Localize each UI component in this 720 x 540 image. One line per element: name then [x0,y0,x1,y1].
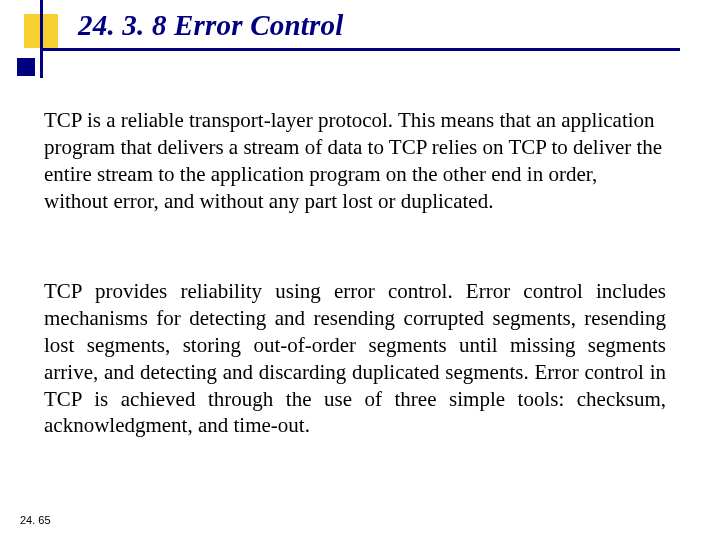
vertical-rule [40,0,43,78]
paragraph-1: TCP is a reliable transport-layer protoc… [44,107,666,215]
accent-square-navy [17,58,35,76]
slide: 24. 3. 8 Error Control TCP is a reliable… [0,0,720,540]
page-number: 24. 65 [20,514,51,526]
paragraph-2: TCP provides reliability using error con… [44,278,666,439]
slide-heading: 24. 3. 8 Error Control [78,9,343,42]
horizontal-rule [40,48,680,51]
